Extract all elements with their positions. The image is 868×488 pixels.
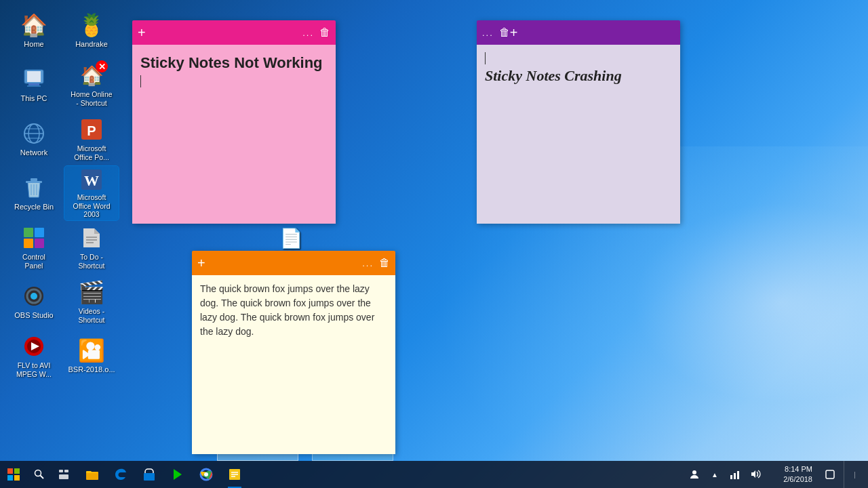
sticky-pink-delete-button[interactable]: 🗑 (319, 26, 330, 39)
desktop-icon-bsr-2018[interactable]: 🎦 BSR-2018.o... (64, 329, 119, 383)
taskbar-icon-media[interactable] (164, 461, 191, 488)
handbrake-label: Handrake (75, 40, 108, 49)
taskbar-icon-edge[interactable] (107, 461, 134, 488)
network-icon (20, 120, 47, 147)
control-panel-label: ControlPanel (22, 253, 45, 270)
tray-icons: ▲ (685, 461, 765, 488)
clock-date: 2/6/2018 (783, 474, 812, 485)
taskbar-icon-store[interactable] (136, 461, 163, 488)
bsr-2018-label: BSR-2018.o... (68, 365, 115, 374)
network-label: Network (20, 148, 47, 157)
sticky-gray-menu-button[interactable]: ... (482, 28, 494, 38)
taskbar-search-button[interactable] (27, 461, 52, 488)
sticky-note-yellow-body[interactable]: The quick brown fox jumps over the lazy … (192, 275, 395, 454)
svg-rect-21 (35, 239, 44, 248)
tray-chevron-icon[interactable]: ▲ (705, 461, 724, 488)
handbrake-icon: 🍍 (78, 12, 105, 39)
videos-icon: 🎬 (78, 279, 105, 306)
svg-point-27 (31, 293, 37, 300)
sticky-gray-add-button[interactable]: + (510, 25, 518, 41)
bsr-2018-icon: 🎦 (78, 337, 105, 364)
desktop-icon-recycle-bin[interactable]: Recycle Bin (7, 166, 61, 220)
desktop-icon-home-online[interactable]: 🏠 ✕ Home Online- Shortcut (64, 58, 119, 112)
recycle-bin-icon (20, 174, 47, 201)
taskbar: ▲ (0, 461, 868, 488)
svg-marker-38 (174, 469, 182, 480)
ms-word-2003-icon: W (78, 167, 105, 192)
svg-rect-47 (734, 473, 736, 479)
ms-word-2003-label: MicrosoftOffice Word2003 (73, 193, 110, 219)
icon-row-0: 🏠 Home 🍍 Handrake (7, 3, 119, 58)
ms-office-po-label: MicrosoftOffice Po... (74, 144, 109, 161)
sticky-note-gray: ... 🗑 + Sticky Notes Crashing (477, 20, 680, 224)
taskbar-start-button[interactable] (0, 461, 27, 488)
desktop-icon-videos[interactable]: 🎬 Videos -Shortcut (64, 274, 119, 329)
to-do-icon (78, 224, 105, 251)
sticky-gray-delete-button[interactable]: 🗑 (499, 26, 510, 39)
taskbar-icon-sticky[interactable] (221, 461, 248, 488)
tray-network-icon[interactable] (726, 461, 745, 488)
desktop-icon-handbrake[interactable]: 🍍 Handrake (64, 3, 119, 58)
desktop-icon-ms-word-2003[interactable]: W MicrosoftOffice Word2003 (64, 166, 119, 220)
icon-row-1: This PC 🏠 ✕ Home Online- Shortcut (7, 58, 119, 112)
sticky-note-pink-body[interactable]: Sticky Notes Not Working (132, 45, 336, 224)
sticky-note-gray-body[interactable]: Sticky Notes Crashing (477, 45, 680, 224)
desktop-icon-flv-to-avi[interactable]: FLV to AVIMPEG W... (7, 329, 61, 383)
desktop-icon-this-pc[interactable]: This PC (7, 58, 61, 112)
svg-rect-12 (31, 178, 37, 181)
svg-marker-49 (751, 470, 755, 478)
taskbar-icon-explorer[interactable] (79, 461, 106, 488)
sticky-yellow-delete-button[interactable]: 🗑 (379, 257, 390, 269)
this-pc-label: This PC (20, 94, 47, 103)
recycle-bin-label: Recycle Bin (14, 203, 54, 211)
svg-rect-50 (826, 470, 834, 479)
desktop-icon-control-panel[interactable]: ControlPanel (7, 220, 61, 274)
svg-rect-37 (144, 473, 155, 481)
desktop-icon-area: 🏠 Home 🍍 Handrake (7, 3, 119, 383)
show-desktop-button[interactable]: | (844, 461, 863, 488)
home-icon: 🏠 (20, 12, 47, 39)
sticky-note-yellow: + ... 🗑 The quick brown fox jumps over t… (192, 251, 395, 454)
svg-rect-20 (24, 239, 33, 248)
videos-label: Videos -Shortcut (78, 307, 104, 324)
to-do-label: To Do -Shortcut (78, 253, 104, 270)
svg-rect-35 (59, 474, 68, 479)
svg-line-32 (41, 476, 44, 479)
svg-rect-33 (59, 470, 63, 472)
cursor-blink-gray (485, 52, 486, 64)
taskbar-icon-chrome[interactable] (193, 461, 220, 488)
sticky-yellow-menu-button[interactable]: ... (362, 258, 374, 268)
windows-logo-icon (7, 468, 20, 481)
obs-studio-icon (20, 283, 47, 310)
svg-rect-1 (27, 71, 41, 82)
icon-row-4: ControlPanel To Do -Shortcut (7, 220, 119, 274)
sticky-pink-menu-button[interactable]: ... (302, 28, 314, 38)
desktop: 🏠 Home 🍍 Handrake (0, 0, 868, 488)
tray-people-icon[interactable] (685, 461, 704, 488)
sticky-note-yellow-header: + ... 🗑 (192, 251, 395, 275)
desktop-icon-home[interactable]: 🏠 Home (7, 3, 61, 58)
home-label: Home (24, 40, 43, 49)
taskbar-task-view-button[interactable] (52, 461, 76, 488)
desktop-icon-network[interactable]: Network (7, 112, 61, 166)
taskbar-notification-button[interactable] (821, 461, 840, 488)
desktop-icon-to-do[interactable]: To Do -Shortcut (64, 220, 119, 274)
svg-rect-3 (27, 85, 41, 87)
svg-point-45 (692, 470, 696, 474)
desktop-icon-ms-office-po[interactable]: P MicrosoftOffice Po... (64, 112, 119, 166)
control-panel-icon (20, 224, 47, 251)
sticky-yellow-add-button[interactable]: + (197, 256, 205, 271)
icon-row-6: FLV to AVIMPEG W... 🎦 BSR-2018.o... (7, 329, 119, 383)
taskbar-clock[interactable]: 8:14 PM 2/6/2018 (769, 464, 816, 485)
icon-row-2: Network P MicrosoftOffice Po... (7, 112, 119, 166)
icon-row-5: OBS Studio 🎬 Videos -Shortcut (7, 274, 119, 329)
cursor-blink-pink (140, 75, 141, 87)
sticky-gray-title: Sticky Notes Crashing (485, 64, 672, 87)
sticky-pink-add-button[interactable]: + (138, 25, 146, 41)
sticky-note-gray-header: ... 🗑 + (477, 20, 680, 45)
svg-point-40 (204, 472, 208, 476)
svg-rect-18 (24, 228, 33, 237)
taskbar-tray: ▲ (685, 461, 868, 488)
desktop-icon-obs-studio[interactable]: OBS Studio (7, 274, 61, 329)
tray-volume-icon[interactable] (746, 461, 765, 488)
